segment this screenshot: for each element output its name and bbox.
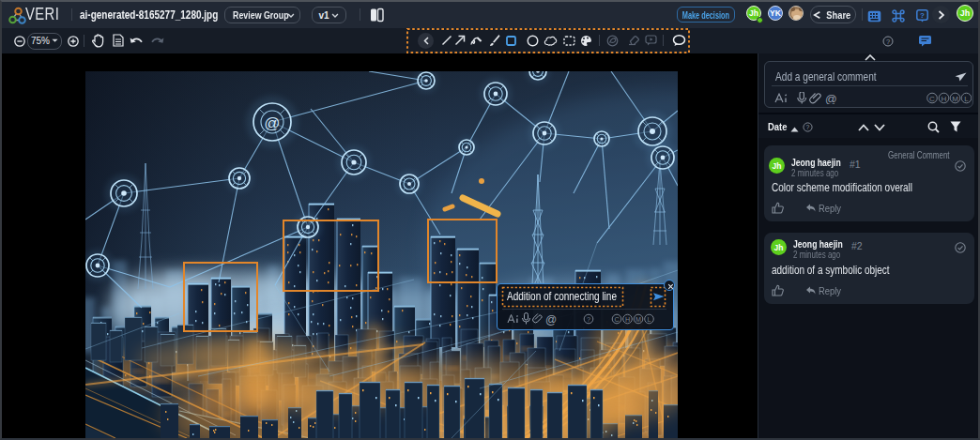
svg-text:H: H — [625, 315, 630, 324]
svg-text:@: @ — [264, 114, 280, 132]
svg-text:L: L — [964, 95, 969, 103]
svg-text:?: ? — [886, 38, 890, 46]
svg-text:L: L — [648, 315, 651, 324]
svg-text:M: M — [952, 95, 958, 103]
svg-text:?: ? — [806, 124, 810, 130]
svg-text:@: @ — [545, 313, 557, 326]
svg-text:C: C — [614, 315, 619, 324]
svg-text:?: ? — [587, 315, 590, 324]
svg-text:@: @ — [825, 93, 837, 105]
svg-text:H: H — [942, 95, 947, 103]
svg-text:M: M — [635, 315, 641, 324]
svg-text:C: C — [929, 95, 935, 103]
svg-text:?: ? — [920, 11, 925, 20]
